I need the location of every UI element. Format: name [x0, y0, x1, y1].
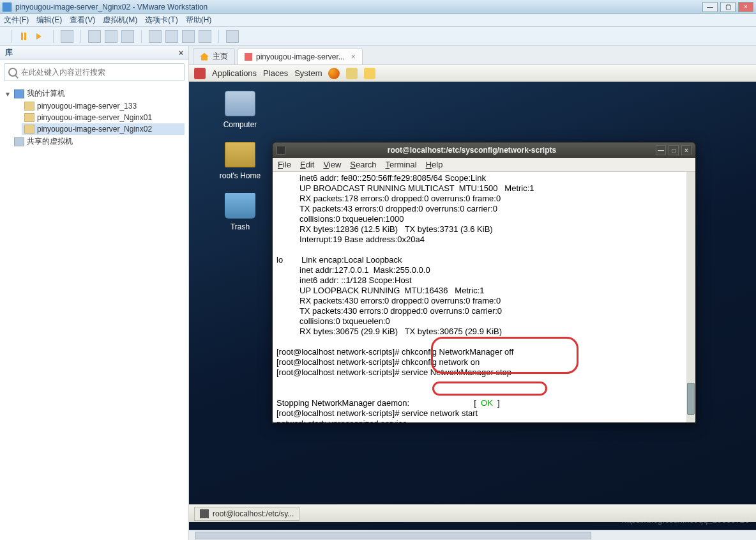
- library-tree: ▾ 我的计算机 pinyougou-image-server_133 pinyo…: [0, 84, 188, 151]
- play-dropdown[interactable]: [36, 33, 44, 40]
- computer-icon: [225, 91, 255, 116]
- note-icon[interactable]: [364, 68, 375, 79]
- tab-close-button[interactable]: ×: [351, 52, 356, 61]
- vm-icon: [24, 102, 34, 111]
- gnome-applications[interactable]: Applications: [212, 68, 257, 78]
- tree-shared-vms[interactable]: 共享的虚拟机: [4, 135, 185, 148]
- term-menu-search[interactable]: Search: [350, 160, 376, 169]
- app-toolbar: [0, 27, 756, 46]
- maximize-button[interactable]: ▢: [720, 2, 736, 12]
- guest-desktop[interactable]: Applications Places System Computer root…: [189, 65, 756, 530]
- gnome-places[interactable]: Places: [263, 68, 288, 78]
- tree-root-computer[interactable]: ▾ 我的计算机: [4, 87, 185, 100]
- term-menu-help[interactable]: Help: [426, 160, 443, 169]
- hscroll-thumb[interactable]: [195, 532, 591, 539]
- home-icon: [200, 53, 209, 61]
- toolbar-button-5[interactable]: [149, 30, 162, 43]
- menu-help[interactable]: 帮助(H): [186, 15, 212, 26]
- search-input[interactable]: [21, 68, 180, 77]
- shared-icon: [14, 137, 24, 146]
- term-menu-terminal[interactable]: Terminal: [386, 160, 417, 169]
- mail-icon[interactable]: [346, 68, 358, 79]
- terminal-close[interactable]: ×: [681, 145, 692, 155]
- terminal-icon: [276, 146, 285, 155]
- library-search[interactable]: [4, 63, 185, 81]
- menu-view[interactable]: 查看(V): [70, 15, 95, 26]
- tab-home[interactable]: 主页: [193, 48, 235, 65]
- terminal-body[interactable]: inet6 addr: fe80::250:56ff:fe29:8085/64 …: [273, 172, 695, 422]
- toolbar-button-6[interactable]: [165, 30, 178, 43]
- minimize-button[interactable]: —: [702, 2, 718, 12]
- computer-icon: [14, 89, 24, 98]
- terminal-scrollbar[interactable]: [686, 172, 695, 422]
- menu-file[interactable]: 文件(F): [4, 15, 29, 26]
- app-titlebar: pinyougou-image-server_Nginx02 - VMware …: [0, 0, 756, 14]
- term-menu-file[interactable]: File: [278, 160, 291, 169]
- term-menu-edit[interactable]: Edit: [300, 160, 314, 169]
- terminal-menubar: File Edit View Search Terminal Help: [273, 158, 695, 172]
- highlight-2: [432, 382, 547, 396]
- pause-button[interactable]: [21, 33, 29, 40]
- term-menu-view[interactable]: View: [323, 160, 341, 169]
- desktop-trash[interactable]: Trash: [215, 193, 266, 231]
- terminal-maximize[interactable]: □: [669, 145, 679, 155]
- vm-tabs: 主页 pinyougou-image-server... ×: [189, 46, 756, 65]
- menu-vm[interactable]: 虚拟机(M): [103, 15, 137, 26]
- toolbar-button-3[interactable]: [105, 30, 117, 43]
- library-panel: 库 × ▾ 我的计算机 pinyougou-image-server_133 p…: [0, 46, 189, 540]
- window-title: pinyougou-image-server_Nginx02 - VMware …: [15, 3, 702, 12]
- gnome-top-panel: Applications Places System: [189, 65, 756, 82]
- scrollbar-thumb[interactable]: [687, 383, 695, 415]
- library-title: 库: [5, 47, 13, 58]
- vm-icon: [24, 125, 34, 134]
- tree-vm-1[interactable]: pinyougou-image-server_Nginx01: [22, 112, 185, 123]
- toolbar-button-2[interactable]: [88, 30, 101, 43]
- menu-edit[interactable]: 编辑(E): [36, 15, 62, 26]
- desktop-computer[interactable]: Computer: [215, 91, 266, 129]
- menu-tabs[interactable]: 选项卡(T): [145, 15, 178, 26]
- search-icon: [8, 68, 17, 77]
- tree-vm-2[interactable]: pinyougou-image-server_Nginx02: [22, 123, 185, 135]
- vm-hscroll[interactable]: [189, 530, 756, 540]
- firefox-icon[interactable]: [328, 68, 340, 79]
- library-close-button[interactable]: ×: [179, 49, 183, 58]
- vmware-icon: [3, 3, 11, 12]
- gnome-system[interactable]: System: [294, 68, 322, 78]
- home-folder-icon: [225, 142, 255, 167]
- gnome-taskbar: root@localhost:/etc/sy...: [189, 504, 756, 522]
- app-menubar: 文件(F) 编辑(E) 查看(V) 虚拟机(M) 选项卡(T) 帮助(H): [0, 14, 756, 27]
- close-button[interactable]: ×: [738, 2, 753, 12]
- toolbar-button-7[interactable]: [182, 30, 195, 43]
- toolbar-button-4[interactable]: [121, 30, 134, 43]
- toolbar-button-9[interactable]: [226, 30, 239, 43]
- vm-icon: [24, 113, 34, 122]
- desktop-home[interactable]: root's Home: [215, 142, 266, 180]
- trash-icon: [225, 193, 255, 219]
- toolbar-button-8[interactable]: [199, 30, 211, 43]
- tree-vm-0[interactable]: pinyougou-image-server_133: [22, 100, 185, 112]
- toolbar-button-1[interactable]: [61, 30, 73, 43]
- terminal-minimize[interactable]: —: [656, 145, 666, 155]
- tab-vm[interactable]: pinyougou-image-server... ×: [238, 48, 363, 65]
- vm-tab-icon: [245, 53, 252, 61]
- taskbar-item-terminal[interactable]: root@localhost:/etc/sy...: [194, 507, 299, 521]
- terminal-titlebar[interactable]: root@localhost:/etc/sysconfig/network-sc…: [273, 143, 695, 158]
- vm-area: 主页 pinyougou-image-server... × Applicati…: [189, 46, 756, 540]
- terminal-task-icon: [200, 509, 209, 518]
- gnome-foot-icon[interactable]: [194, 68, 206, 79]
